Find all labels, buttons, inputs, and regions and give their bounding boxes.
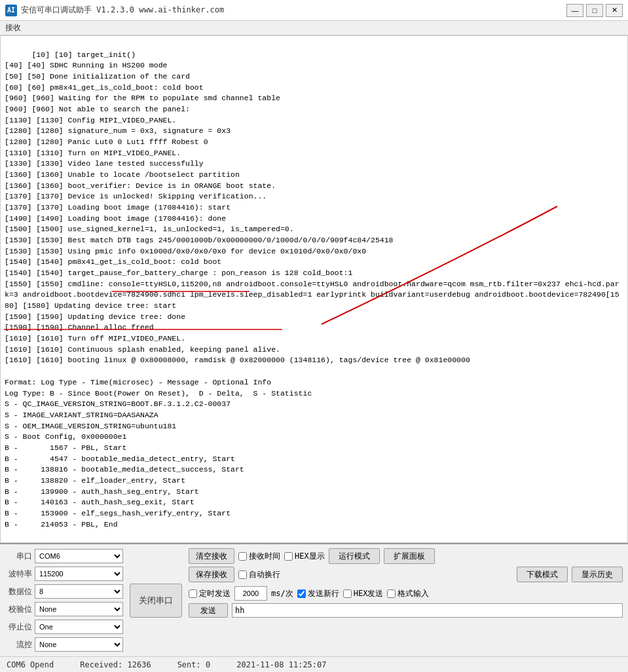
port-status: COM6 Opend	[7, 660, 54, 669]
title-text: 安信可串口调试助手 V1.2.3.0 www.ai-thinker.com	[21, 5, 224, 16]
ms-per-times-label: ms/次	[271, 588, 293, 599]
auto-newline-group[interactable]: 自动换行	[238, 569, 280, 580]
title-controls: — □ ✕	[566, 4, 623, 17]
hex-send-group[interactable]: HEX发送	[343, 588, 384, 599]
port-button-col: 关闭串口	[123, 548, 189, 652]
title-bar: AI 安信可串口调试助手 V1.2.3.0 www.ai-thinker.com…	[0, 0, 628, 21]
baud-row: 波特率 115200	[5, 566, 123, 582]
format-input-label: 格式输入	[397, 588, 429, 599]
stop-row: 停止位 One	[5, 619, 123, 635]
close-port-button[interactable]: 关闭串口	[130, 584, 182, 618]
stop-label: 停止位	[5, 622, 35, 633]
right-row2: 保存接收 自动换行 下载模式 显示历史	[189, 567, 623, 582]
parity-label: 校验位	[5, 604, 35, 615]
app-icon: AI	[5, 5, 17, 16]
receive-time-label: 接收时间	[249, 551, 280, 562]
auto-newline-checkbox[interactable]	[238, 570, 247, 579]
baud-label: 波特率	[5, 569, 35, 580]
title-left: AI 安信可串口调试助手 V1.2.3.0 www.ai-thinker.com	[5, 5, 224, 16]
received-display: Received: 12636	[80, 660, 151, 669]
flow-select[interactable]: None	[35, 637, 123, 652]
show-history-button[interactable]: 显示历史	[572, 567, 623, 582]
receive-label: 接收	[0, 21, 628, 35]
bottom-two-cols: 串口 COM6 波特率 115200 数据位 8	[5, 548, 623, 652]
timed-send-group[interactable]: 定时发送	[189, 588, 231, 599]
flow-row: 流控 None	[5, 637, 123, 652]
hex-display-checkbox[interactable]	[284, 552, 293, 561]
auto-newline-label: 自动换行	[249, 569, 280, 580]
minimize-button[interactable]: —	[566, 4, 583, 17]
sent-value: 0	[206, 660, 210, 669]
send-button[interactable]: 发送	[189, 603, 228, 618]
receive-text: [10] [10] target_init() [40] [40] SDHC R…	[5, 50, 619, 529]
datetime-display: 2021-11-08 11:25:07	[236, 660, 326, 669]
send-row: 发送	[189, 603, 623, 618]
flow-label: 流控	[5, 639, 35, 650]
maximize-button[interactable]: □	[586, 4, 603, 17]
close-button[interactable]: ✕	[606, 4, 623, 17]
timed-send-checkbox[interactable]	[189, 589, 197, 598]
parity-select[interactable]: None	[35, 602, 123, 616]
sent-label: Sent:	[177, 660, 201, 669]
clear-receive-button[interactable]: 清空接收	[189, 548, 234, 564]
data-row: 数据位 8	[5, 584, 123, 599]
received-label: Received:	[80, 660, 122, 669]
bottom-panel: 串口 COM6 波特率 115200 数据位 8	[0, 543, 628, 656]
save-receive-button[interactable]: 保存接收	[189, 567, 234, 582]
run-mode-button[interactable]: 运行模式	[329, 548, 380, 564]
expand-panel-button[interactable]: 扩展面板	[384, 548, 435, 564]
receive-section: 接收 [10] [10] target_init() [40] [40] SDH…	[0, 21, 628, 543]
baud-select[interactable]: 115200	[35, 567, 123, 581]
send-newline-checkbox[interactable]	[297, 589, 306, 598]
hex-send-label: HEX发送	[354, 588, 384, 599]
receive-time-checkbox[interactable]	[238, 552, 247, 561]
format-input-group[interactable]: 格式输入	[387, 588, 429, 599]
serial-settings: 串口 COM6 波特率 115200 数据位 8	[5, 548, 123, 652]
port-select[interactable]: COM6	[35, 549, 123, 563]
timed-value-input[interactable]: 2000	[234, 586, 267, 601]
stop-select[interactable]: One	[35, 620, 123, 634]
status-bar: COM6 Opend Received: 12636 Sent: 0 2021-…	[0, 656, 628, 672]
download-mode-button[interactable]: 下载模式	[517, 567, 568, 582]
right-controls: 清空接收 接收时间 HEX显示 运行模式 扩展面板 保存接收	[189, 548, 623, 652]
data-select[interactable]: 8	[35, 584, 123, 599]
send-input[interactable]	[232, 603, 623, 618]
port-label: 串口	[5, 551, 35, 562]
sent-display: Sent: 0	[177, 660, 211, 669]
send-config-row: 定时发送 2000 ms/次 发送新行 HEX发送 格式输入	[189, 586, 623, 601]
right-row1: 清空接收 接收时间 HEX显示 运行模式 扩展面板	[189, 548, 623, 564]
timed-send-label: 定时发送	[199, 588, 231, 599]
port-row: 串口 COM6	[5, 548, 123, 564]
receive-time-group[interactable]: 接收时间	[238, 551, 280, 562]
main-container: 接收 [10] [10] target_init() [40] [40] SDH…	[0, 21, 628, 672]
hex-display-label: HEX显示	[295, 551, 325, 562]
received-value: 12636	[128, 660, 151, 669]
hex-send-checkbox[interactable]	[343, 589, 352, 598]
data-label: 数据位	[5, 586, 35, 597]
hex-display-group[interactable]: HEX显示	[284, 551, 325, 562]
send-newline-group[interactable]: 发送新行	[297, 588, 339, 599]
receive-content[interactable]: [10] [10] target_init() [40] [40] SDHC R…	[0, 35, 628, 543]
format-input-checkbox[interactable]	[387, 589, 396, 598]
send-newline-label: 发送新行	[308, 588, 339, 599]
parity-row: 校验位 None	[5, 601, 123, 617]
